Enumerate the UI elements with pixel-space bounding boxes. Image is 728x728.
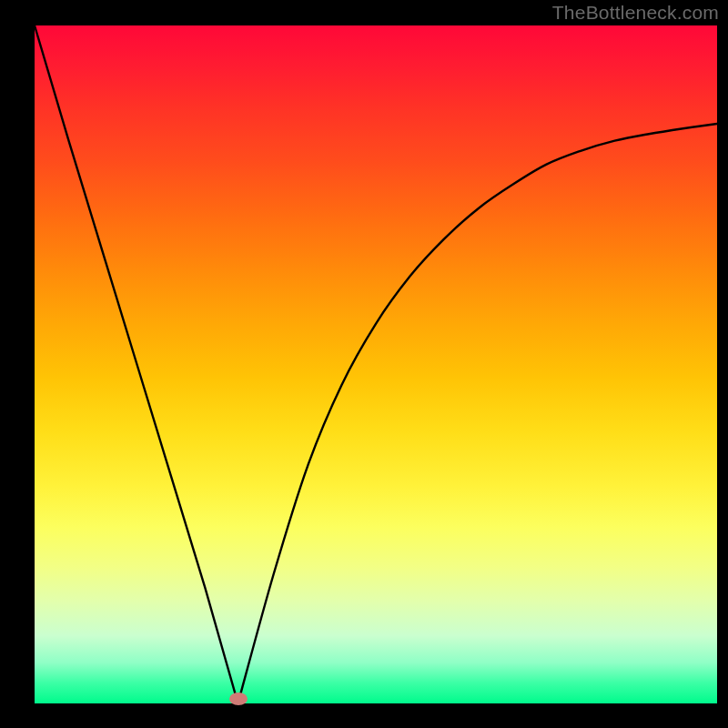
optimal-marker [229, 693, 248, 705]
chart-frame: TheBottleneck.com [0, 0, 728, 728]
bottleneck-curve [0, 0, 728, 728]
